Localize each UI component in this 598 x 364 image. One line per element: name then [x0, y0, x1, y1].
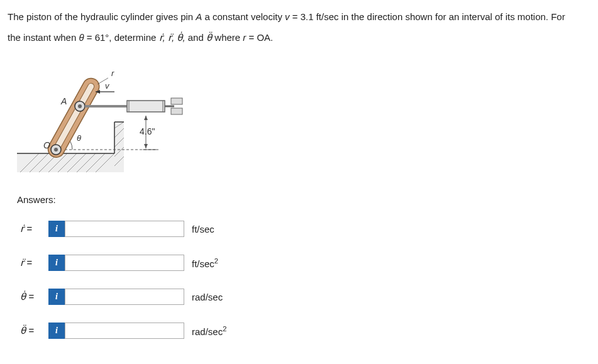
var-rddot: r̈ = [20, 257, 48, 268]
svg-rect-20 [171, 98, 182, 104]
var-thetadot: θ̇ = [20, 291, 48, 302]
dim-arrow-top [144, 116, 148, 120]
svg-rect-21 [171, 108, 182, 114]
vars-list: ṙ, r̈, θ̇, [159, 32, 185, 43]
answer-row-rdot: ṙ = i ft/sec [20, 221, 590, 237]
a-label: A [60, 96, 67, 106]
v-label: v [105, 81, 110, 91]
text: where [212, 32, 243, 43]
answer-row-thetadot: θ̇ = i rad/sec [20, 289, 590, 305]
thetadot-input[interactable] [65, 289, 184, 305]
answer-row-rddot: r̈ = i ft/sec2 [20, 255, 590, 271]
info-icon[interactable]: i [48, 221, 65, 237]
var-a: A [196, 11, 202, 22]
answer-row-thetaddot: θ̈ = i rad/sec2 [20, 323, 590, 339]
ground-fill [17, 153, 114, 172]
svg-rect-15 [52, 82, 96, 153]
text: = 61°, determine [84, 32, 159, 43]
mechanism-diagram: θ r O A v [17, 60, 187, 174]
r-label: r [111, 69, 114, 78]
unit-rdot: ft/sec [192, 224, 214, 234]
problem-statement: The piston of the hydraulic cylinder giv… [8, 6, 590, 48]
text: and [185, 32, 206, 43]
info-icon[interactable]: i [48, 289, 65, 305]
thetaddot-input[interactable] [65, 323, 184, 339]
text: The piston of the hydraulic cylinder giv… [8, 11, 196, 22]
unit-thetadot: rad/sec [192, 292, 223, 302]
theta-label: θ [77, 133, 81, 143]
pin-a-inner [78, 104, 82, 108]
cylinder [85, 98, 182, 114]
var-theta: θ [79, 32, 84, 43]
info-icon[interactable]: i [48, 323, 65, 339]
rddot-input[interactable] [65, 255, 184, 271]
text: = OA. [246, 32, 273, 43]
unit-rddot: ft/sec2 [192, 257, 218, 269]
text: a constant velocity [202, 11, 285, 22]
var-v: v [285, 11, 290, 22]
text: the instant when [8, 32, 79, 43]
rdot-input[interactable] [65, 221, 184, 237]
dimension-label: 4.6" [140, 126, 155, 136]
var-thetaddot: θ̈ = [20, 325, 48, 336]
var-theta-ddot: θ̈ [206, 32, 212, 43]
svg-rect-17 [127, 101, 165, 112]
pin-o-inner [54, 148, 58, 152]
info-icon[interactable]: i [48, 255, 65, 271]
text: = 3.1 ft/sec in the direction shown for … [290, 11, 565, 22]
answers-heading: Answers: [17, 194, 590, 205]
dim-arrow-bot [144, 144, 148, 148]
diagram: θ r O A v [17, 60, 590, 175]
var-rdot: ṙ = [20, 223, 48, 234]
unit-thetaddot: rad/sec2 [192, 325, 226, 337]
o-label: O [43, 140, 50, 150]
